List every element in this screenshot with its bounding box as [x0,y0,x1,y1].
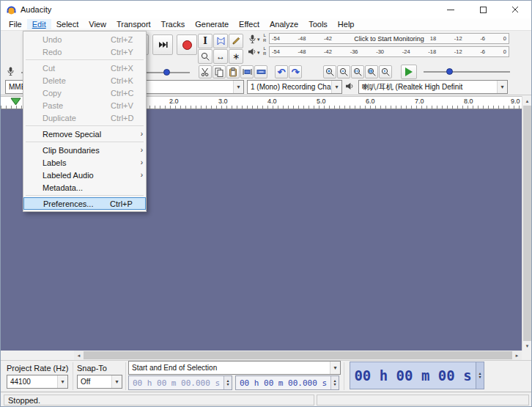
menu-item-preferences[interactable]: Preferences...Ctrl+P [23,197,146,210]
menu-generate[interactable]: Generate [190,19,234,29]
snap-to-label: Snap-To [77,364,107,373]
play-position-marker[interactable] [10,98,21,107]
menu-item-metadata[interactable]: Metadata... [23,181,146,194]
menu-tools[interactable]: Tools [303,19,333,29]
chevron-down-icon: ▾ [497,81,507,93]
menu-help[interactable]: Help [333,19,360,29]
fit-project-button[interactable] [365,65,378,78]
menu-item-labeled-audio[interactable]: Labeled Audio› [23,169,146,181]
selection-mode-select[interactable]: Start and End of Selection ▾ [128,361,341,375]
scroll-left-icon[interactable]: ◄ [74,351,84,360]
silence-audio-button[interactable] [254,65,267,78]
menu-view[interactable]: View [84,19,111,29]
undo-button[interactable]: ↶ [275,65,288,78]
record-meter-lr-labels: LR [263,33,266,43]
menu-item-delete[interactable]: DeleteCtrl+K [23,74,146,87]
maximize-button[interactable] [467,1,499,18]
menu-effect[interactable]: Effect [234,19,265,29]
spinner-down-icon[interactable]: ▾ [226,383,229,386]
envelope-tool-button[interactable] [213,34,228,48]
timeshift-tool-button[interactable]: ↔ [213,49,228,64]
menu-file[interactable]: File [4,19,27,29]
close-button[interactable] [499,1,531,18]
record-button[interactable] [177,34,197,55]
redo-icon: ↷ [292,67,300,78]
playback-device-select[interactable]: 喇叭/耳机 (Realtek High Definit ▾ [358,80,508,94]
draw-tool-button[interactable] [229,34,243,48]
menu-item-cut[interactable]: CutCtrl+X [23,62,146,74]
skip-to-end-button[interactable] [152,34,173,55]
menu-item-undo[interactable]: UndoCtrl+Z [23,33,146,45]
multi-tool-icon: ∗ [232,52,240,61]
record-meter[interactable]: -54 -48 -42 -36 -30 -24 -18 -12 -6 0 Cli… [269,33,509,44]
scrollbar-row: ◄ ► [1,351,532,360]
cut-button[interactable] [199,65,212,78]
playback-speed-slider[interactable] [424,71,510,73]
menu-analyze[interactable]: Analyze [265,19,303,29]
zoom-tool-button[interactable] [198,49,213,64]
trim-audio-button[interactable] [240,65,254,78]
zoom-toggle-icon [381,67,391,77]
scroll-down-icon[interactable]: ▼ [522,341,532,351]
horizontal-scrollbar-thumb[interactable] [84,351,512,359]
chevron-down-icon: ▾ [111,375,122,388]
fit-selection-button[interactable] [351,65,364,78]
menu-item-redo[interactable]: RedoCtrl+Y [23,45,146,58]
menu-item-copy[interactable]: CopyCtrl+C [23,87,146,99]
menu-transport[interactable]: Transport [111,19,156,29]
playback-volume-thumb[interactable] [163,69,170,76]
project-rate-select[interactable]: 44100 ▾ [7,375,68,389]
zoom-toggle-button[interactable] [379,65,392,78]
selection-tool-button[interactable]: I [198,34,213,48]
status-message: Stopped. [4,395,314,406]
chevron-down-icon: ▾ [233,81,243,93]
multi-tool-button[interactable]: ∗ [229,49,243,64]
submenu-arrow-icon: › [137,146,144,154]
copy-button[interactable] [213,65,226,78]
play-at-speed-button[interactable] [401,65,417,79]
recording-channels-select[interactable]: 1 (Mono) Recording Cha ▾ [247,80,342,94]
menu-item-paste[interactable]: PasteCtrl+V [23,99,146,111]
zoom-in-button[interactable] [323,65,336,78]
snap-to-select[interactable]: Off ▾ [77,375,122,389]
menu-item-clip-boundaries[interactable]: Clip Boundaries› [23,144,146,156]
fit-project-icon [367,67,377,77]
paste-button[interactable] [226,65,240,78]
spinner[interactable]: ▴▾ [330,376,339,389]
monitoring-prompt[interactable]: Click to Start Monitoring [348,34,430,43]
audacity-logo-icon [6,4,17,15]
spinner-down-icon[interactable]: ▾ [333,383,336,386]
record-meter-dropdown-icon[interactable]: ▾ [257,37,260,43]
menu-select[interactable]: Select [51,19,84,29]
playback-meter[interactable]: -54 -48 -42 -36 -30 -24 -18 -12 -6 0 [269,46,509,57]
audio-position-display[interactable]: 00 h 00 m 00 s ▴▾ [350,362,484,389]
redo-button[interactable]: ↷ [289,65,302,78]
selection-end-field[interactable]: 00 h 00 m 00.000 s ▴▾ [235,375,339,390]
menu-tracks[interactable]: Tracks [156,19,191,29]
zoom-out-button[interactable] [337,65,350,78]
menu-item-labels[interactable]: Labels› [23,156,146,169]
horizontal-scrollbar[interactable]: ◄ ► [74,351,522,360]
menu-item-duplicate[interactable]: DuplicateCtrl+D [23,111,146,124]
playback-meter-dropdown-icon[interactable]: ▾ [257,50,260,56]
minimize-button[interactable] [435,1,467,18]
spinner-down-icon[interactable]: ▾ [479,375,481,379]
scroll-right-icon[interactable]: ► [512,351,522,360]
spinner[interactable]: ▴▾ [223,376,232,389]
spinner[interactable]: ▴▾ [476,362,484,389]
menu-separator [26,125,144,126]
submenu-arrow-icon: › [137,158,144,166]
selection-start-field[interactable]: 00 h 00 m 00.000 s ▴▾ [128,375,232,390]
fit-selection-icon [353,67,363,77]
record-icon [182,40,192,50]
playback-meter-speaker-icon [248,48,257,57]
scroll-up-icon[interactable]: ▲ [522,96,532,106]
skip-to-end-icon [158,41,168,48]
status-field-secondary [317,395,529,406]
menu-edit[interactable]: Edit [27,19,51,29]
menu-item-remove-special[interactable]: Remove Special› [23,128,146,140]
vertical-scrollbar[interactable]: ▲ ▼ [522,96,532,351]
vertical-scrollbar-thumb[interactable] [523,106,532,341]
playback-meter-lr-labels: LR [263,46,266,56]
playback-speed-thumb[interactable] [446,68,453,75]
